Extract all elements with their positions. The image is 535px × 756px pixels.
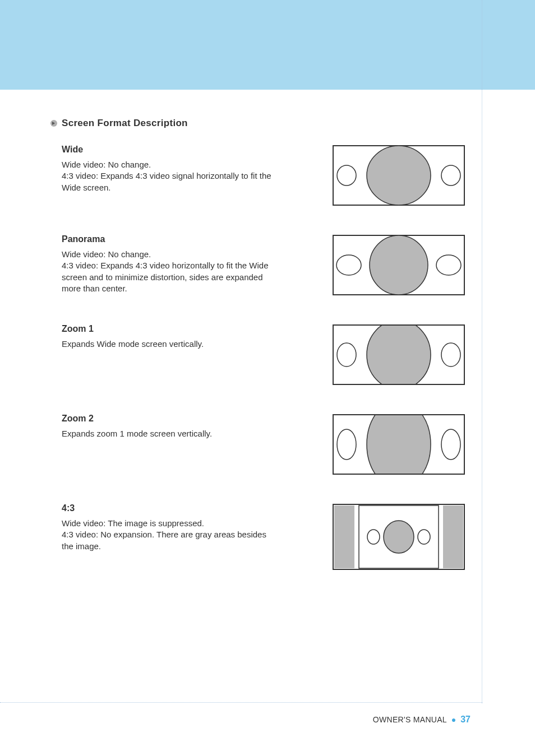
svg-rect-19	[334, 505, 354, 568]
svg-point-6	[336, 255, 361, 275]
content-area: Screen Format Description Wide Wide vide…	[0, 90, 477, 573]
diagram-43	[332, 503, 465, 573]
play-bullet-icon	[50, 120, 57, 127]
horizontal-rule	[0, 702, 482, 703]
format-wide: Wide Wide video: No change.4:3 video: Ex…	[50, 145, 477, 208]
format-desc: Wide video: The image is suppressed.4:3 …	[62, 518, 275, 552]
svg-point-23	[367, 530, 380, 544]
diagram-zoom1	[332, 324, 465, 388]
svg-point-24	[418, 530, 430, 544]
format-heading: Panorama	[62, 234, 275, 244]
vertical-rule	[482, 0, 482, 703]
diagram-zoom2	[332, 414, 465, 477]
format-desc: Wide video: No change.4:3 video: Expands…	[62, 249, 275, 294]
format-heading: Zoom 1	[62, 324, 275, 334]
format-desc: Wide video: No change.4:3 video: Expands…	[62, 159, 275, 193]
svg-point-7	[436, 255, 461, 275]
header-banner	[0, 0, 535, 90]
footer-label: OWNER'S MANUAL	[373, 715, 447, 724]
diagram-panorama	[332, 234, 465, 298]
svg-point-11	[337, 343, 356, 367]
format-text: 4:3 Wide video: The image is suppressed.…	[50, 503, 275, 552]
footer-separator-icon: ●	[449, 715, 458, 724]
format-text: Wide Wide video: No change.4:3 video: Ex…	[50, 145, 275, 193]
format-zoom1: Zoom 1 Expands Wide mode screen vertical…	[50, 324, 477, 388]
svg-point-17	[441, 429, 460, 460]
page-number: 37	[460, 715, 471, 724]
format-text: Zoom 2 Expands zoom 1 mode screen vertic…	[50, 414, 275, 439]
section-title-row: Screen Format Description	[50, 118, 477, 129]
format-heading: Wide	[62, 145, 275, 155]
diagram-wide	[332, 145, 465, 208]
format-desc: Expands Wide mode screen vertically.	[62, 338, 275, 350]
svg-point-12	[441, 343, 460, 367]
format-panorama: Panorama Wide video: No change.4:3 video…	[50, 234, 477, 298]
format-heading: Zoom 2	[62, 414, 275, 424]
svg-point-16	[337, 429, 356, 460]
svg-point-10	[367, 324, 431, 386]
format-text: Panorama Wide video: No change.4:3 video…	[50, 234, 275, 294]
format-text: Zoom 1 Expands Wide mode screen vertical…	[50, 324, 275, 350]
format-heading: 4:3	[62, 503, 275, 513]
svg-point-2	[337, 165, 356, 185]
svg-point-3	[441, 165, 460, 185]
section-title: Screen Format Description	[62, 118, 188, 129]
page-footer: OWNER'S MANUAL ● 37	[373, 715, 471, 725]
format-43: 4:3 Wide video: The image is suppressed.…	[50, 503, 477, 573]
svg-point-5	[370, 235, 428, 295]
format-zoom2: Zoom 2 Expands zoom 1 mode screen vertic…	[50, 414, 477, 477]
format-desc: Expands zoom 1 mode screen vertically.	[62, 428, 275, 439]
svg-point-1	[367, 146, 431, 205]
svg-point-22	[384, 521, 414, 553]
svg-rect-20	[443, 505, 463, 568]
svg-point-15	[367, 414, 431, 475]
